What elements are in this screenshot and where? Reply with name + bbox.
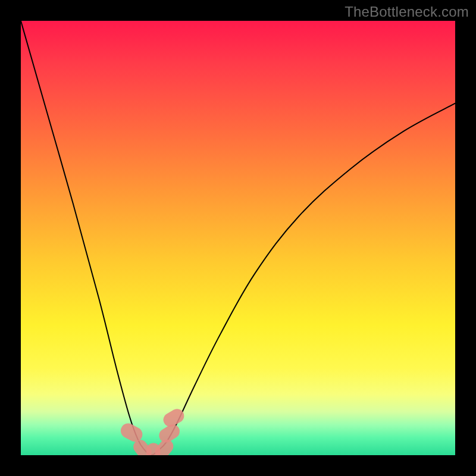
- curve-path: [21, 21, 455, 455]
- watermark-text: TheBottleneck.com: [345, 4, 469, 20]
- chart-frame: TheBottleneck.com: [0, 0, 476, 476]
- chart-svg: [21, 21, 455, 455]
- plot-area: [21, 21, 455, 455]
